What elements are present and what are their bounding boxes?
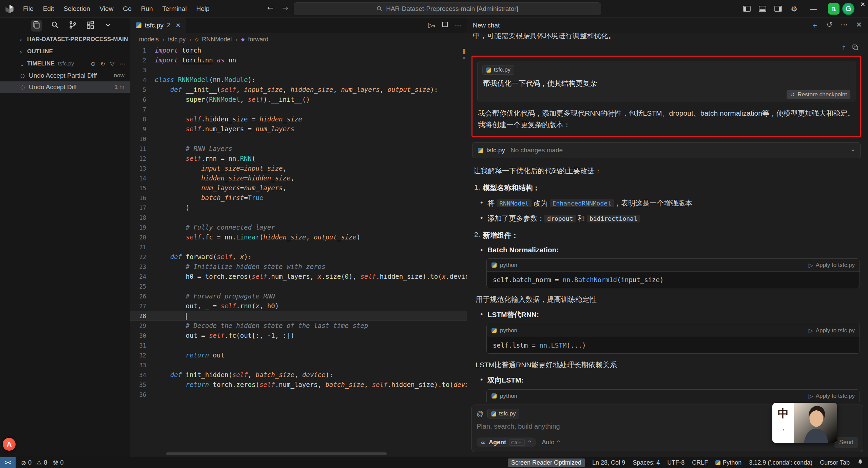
code-line-16[interactable]: 16 batch_first=True [130,193,467,203]
model-selector[interactable]: Auto ^ [542,439,561,446]
menu-go[interactable]: Go [119,4,135,14]
problems-status[interactable]: ⊘0 ⚠8 [21,459,47,466]
breadcrumb-folder[interactable]: models [139,36,159,43]
code-block-content[interactable]: self.lstm = nn.LSTM(...) [487,337,860,353]
code-line-28[interactable]: 28 [130,311,467,321]
breadcrumb[interactable]: models › tsfc.py › ◇ RNNModel › ◆ forwar… [130,33,467,45]
tab-close-icon[interactable]: ✕ [175,22,180,29]
filter-icon[interactable]: ▽ [110,60,115,67]
run-python-file-button[interactable]: ▷▾ [428,21,435,29]
code-line-13[interactable]: 13 input_size=input_size, [130,163,467,173]
code-block-content[interactable]: self.batch_norm = nn.BatchNorm1d(input_s… [487,272,860,288]
code-line-14[interactable]: 14 hidden_size=hidden_size, [130,173,467,183]
menu-file[interactable]: File [19,4,38,14]
code-line-24[interactable]: 24 h0 = torch.zeros(self.num_layers, x.s… [130,272,467,281]
menu-help[interactable]: Help [192,4,213,14]
breadcrumb-class[interactable]: RNNModel [202,36,232,43]
code-line-27[interactable]: 27 out, _ = self.rnn(x, h0) [130,301,467,311]
code-editor[interactable]: 1import torch2import torch.nn as nn34cla… [130,45,467,399]
code-line-26[interactable]: 26 # Forward propagate RNN [130,291,467,301]
menu-terminal[interactable]: Terminal [158,4,191,14]
code-line-21[interactable]: 21 [130,242,467,252]
split-editor-icon[interactable] [442,21,448,29]
floating-extension-badge[interactable]: A [3,438,16,451]
breadcrumb-method[interactable]: forward [248,36,268,43]
code-line-11[interactable]: 11 # RNN Layers [130,144,467,154]
more-views-chevron-icon[interactable] [104,21,112,31]
expand-chevron-icon[interactable]: › [850,149,857,152]
chat-message-list[interactable]: 中，可能需要根据具体环境进行调整和优化。 ↑ tsfc.py 帮我优化一下代码，… [467,33,868,402]
code-line-31[interactable]: 31 [130,340,467,350]
screen-reader-status[interactable]: Screen Reader Optimized [508,459,585,467]
timeline-item[interactable]: ○Undo Accept Partial Diffnow [0,70,130,81]
code-line-23[interactable]: 23 # Initialize hidden state with zeros [130,262,467,272]
code-line-15[interactable]: 15 num_layers=num_layers, [130,183,467,193]
chat-more-icon[interactable]: ⋯ [841,21,848,30]
context-file-chip[interactable]: tsfc.py [487,409,519,418]
chat-history-icon[interactable]: ↺ [827,21,833,30]
agent-mode-selector[interactable]: ∞ Agent Ctrl+I ^ [477,437,536,447]
chat-close-icon[interactable]: ✕ [856,21,862,30]
new-chat-icon[interactable]: ＋ [811,21,818,30]
command-center-search[interactable]: HAR-Dataset-Preprocess-main [Administrat… [294,2,601,15]
source-control-icon[interactable] [69,21,77,31]
toggle-secondary-sidebar-icon[interactable] [774,0,782,18]
screen-tool-overlay-icon[interactable]: ⇅ [828,0,840,18]
tab-tsfc-py[interactable]: tsfc.py 2 ✕ [130,18,186,33]
code-line-34[interactable]: 34 def init_hidden(self, batch_size, dev… [130,370,467,380]
more-editor-actions-icon[interactable]: ⋯ [455,22,461,29]
refresh-icon[interactable]: ↻ [100,60,105,67]
navigate-forward-icon[interactable]: → [282,4,288,12]
code-line-25[interactable]: 25 [130,281,467,291]
code-line-36[interactable]: 36 [130,390,467,399]
code-line-29[interactable]: 29 # Decode the hidden state of the last… [130,321,467,331]
timeline-item[interactable]: ○Undo Accept Diff1 hr [0,81,130,93]
code-line-33[interactable]: 33 [130,360,467,370]
language-status[interactable]: Python [715,459,741,466]
menu-edit[interactable]: Edit [39,4,58,14]
pin-icon[interactable]: ⊙ [91,60,96,67]
breadcrumb-file[interactable]: tsfc.py [168,36,186,43]
toggle-primary-sidebar-icon[interactable] [743,0,751,18]
code-line-35[interactable]: 35 return torch.zeros(self.num_layers, b… [130,380,467,390]
ime-status-card[interactable]: 中 ， [772,403,794,443]
code-line-32[interactable]: 32 return out [130,350,467,360]
search-view-icon[interactable] [51,21,59,31]
encoding-status[interactable]: UTF-8 [667,459,684,466]
menu-selection[interactable]: Selection [59,4,94,14]
navigate-back-icon[interactable]: ← [267,4,273,12]
menu-run[interactable]: Run [137,4,157,14]
code-line-4[interactable]: 4class RNNModel(nn.Module): [130,75,467,85]
notifications-bell-icon[interactable] [857,459,863,467]
indentation-status[interactable]: Spaces: 4 [633,459,660,466]
code-line-3[interactable]: 3 [130,65,467,75]
code-line-30[interactable]: 30 out = self.fc(out[:, -1, :]) [130,331,467,340]
code-line-10[interactable]: 10 [130,134,467,144]
cursor-position-status[interactable]: Ln 28, Col 9 [592,459,625,466]
sidebar-section-outline[interactable]: › OUTLINE [0,45,130,58]
cursor-tab-status[interactable]: Cursor Tab [820,459,850,466]
code-line-19[interactable]: 19 # Fully connected layer [130,222,467,232]
scroll-to-top-icon[interactable]: ↑ [841,44,847,53]
sidebar-section-project[interactable]: › HAR-DATASET-PREPROCESS-MAIN [0,33,130,45]
interpreter-status[interactable]: 3.12.9 ('.conda': conda) [749,459,812,466]
tasks-status[interactable]: ⚒0 [53,459,63,466]
code-line-1[interactable]: 1import torch [130,45,467,55]
code-line-5[interactable]: 5 def __init__(self, input_size, hidden_… [130,85,467,95]
code-line-20[interactable]: 20 self.fc = nn.Linear(hidden_size, outp… [130,232,467,242]
code-line-6[interactable]: 6 super(RNNModel, self).__init__() [130,95,467,104]
chat-tab-new-chat[interactable]: New chat [473,22,500,29]
grammar-overlay-icon[interactable]: G [842,0,854,18]
toggle-panel-icon[interactable] [759,0,766,18]
window-minimize-icon[interactable]: — [810,0,817,18]
settings-gear-icon[interactable]: ⚙ [791,0,797,18]
code-line-9[interactable]: 9 self.num_layers = num_layers [130,124,467,134]
code-line-7[interactable]: 7 [130,104,467,114]
copy-message-icon[interactable] [852,44,859,53]
horizontal-scrollbar[interactable] [166,452,387,455]
changed-file-card[interactable]: tsfc.py No changes made › [472,142,861,158]
apply-to-file-button[interactable]: ▷Apply to tsfc.py [809,327,855,334]
remote-indicator[interactable]: >< [0,457,16,468]
attached-file-chip[interactable]: tsfc.py [482,65,514,75]
code-line-2[interactable]: 2import torch.nn as nn [130,55,467,65]
